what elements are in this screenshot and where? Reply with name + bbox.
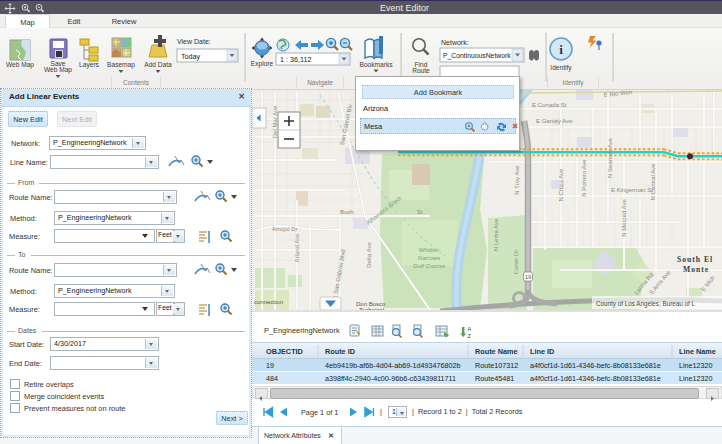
svg-text:A: A — [468, 326, 472, 332]
svg-text:Layers: Layers — [79, 61, 99, 69]
svg-text:County of Los Angeles, Bureau: County of Los Angeles, Bureau of L — [596, 300, 696, 308]
svg-text:Del Mar Ave: Del Mar Ave — [272, 105, 278, 138]
svg-text:St: St — [417, 209, 423, 215]
svg-text:Route: Route — [412, 67, 430, 74]
svg-text:19: 19 — [525, 274, 532, 280]
svg-text:Golf Course: Golf Course — [413, 263, 446, 269]
svg-text:N Seaman Ave: N Seaman Ave — [607, 137, 613, 178]
svg-text:N Central Ave: N Central Ave — [650, 163, 656, 201]
svg-text:Arland Ave: Arland Ave — [294, 233, 300, 263]
svg-text:Web Map: Web Map — [6, 61, 34, 69]
svg-text:Page 1 of 1: Page 1 of 1 — [301, 408, 338, 417]
svg-text:Monte: Monte — [683, 265, 709, 274]
svg-text:Whittier: Whittier — [419, 247, 440, 253]
svg-text:Bush: Bush — [340, 209, 354, 215]
svg-text:i: i — [559, 42, 563, 57]
svg-text:N Chico Ave: N Chico Ave — [558, 168, 564, 202]
svg-text:Arroyo Dr: Arroyo Dr — [272, 226, 298, 232]
svg-text:N Lema Ave: N Lema Ave — [493, 218, 499, 251]
svg-text:Basemap: Basemap — [107, 61, 135, 69]
svg-text:Delta Ave: Delta Ave — [366, 242, 372, 268]
svg-text:Network:: Network: — [441, 39, 469, 46]
svg-text:E Garvey Ave: E Garvey Ave — [536, 118, 573, 124]
svg-text:Add Data: Add Data — [144, 61, 172, 68]
svg-text:Explore: Explore — [251, 60, 274, 68]
svg-text:Web Map: Web Map — [44, 66, 72, 74]
svg-text:E Kingerman St: E Kingerman St — [611, 187, 653, 193]
svg-text:1 : 36,112: 1 : 36,112 — [280, 55, 311, 64]
svg-text:South El: South El — [677, 255, 713, 264]
svg-text:P_ContinuousNetwork: P_ContinuousNetwork — [443, 52, 511, 60]
svg-text:N Troy Ave: N Troy Ave — [514, 165, 520, 195]
svg-text:Identify: Identify — [550, 64, 572, 72]
svg-text:View Date:: View Date: — [177, 38, 211, 45]
svg-text:N Potrero Ave: N Potrero Ave — [581, 159, 587, 197]
svg-text:Corter Dr: Corter Dr — [513, 250, 519, 275]
svg-text:N Merced Ave: N Merced Ave — [621, 199, 627, 237]
svg-text:Z: Z — [468, 333, 472, 339]
svg-text:Bookmarks: Bookmarks — [360, 61, 394, 68]
svg-text:Narrows: Narrows — [418, 255, 440, 261]
svg-text:E Cortada St: E Cortada St — [532, 102, 567, 108]
svg-text:connection: connection — [254, 299, 283, 305]
svg-text:Today: Today — [181, 52, 201, 61]
